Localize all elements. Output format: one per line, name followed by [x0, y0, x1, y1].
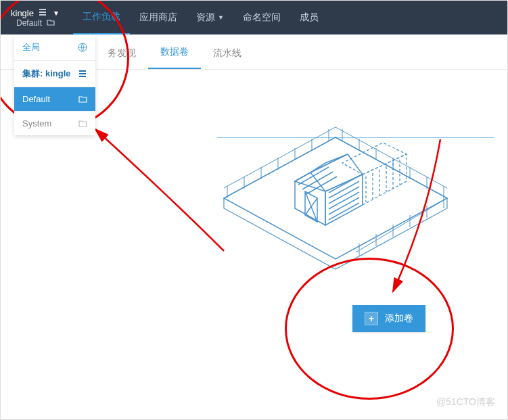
- svg-line-44: [305, 198, 317, 215]
- subtab-volumes[interactable]: 数据卷: [148, 37, 201, 69]
- watermark: @51CTO博客: [436, 396, 495, 409]
- cluster-name: kingle: [11, 8, 34, 18]
- nav-resource[interactable]: 资源▼: [187, 1, 233, 34]
- project-name: Default: [16, 18, 42, 28]
- svg-rect-4: [79, 70, 86, 72]
- svg-rect-6: [79, 76, 86, 77]
- folder-icon: [78, 95, 87, 104]
- svg-line-35: [306, 177, 337, 194]
- add-volume-button[interactable]: + 添加卷: [352, 305, 425, 332]
- cluster-project-selector[interactable]: kingle ▼ Default: [11, 8, 60, 28]
- nav-workload[interactable]: 工作负载: [73, 1, 130, 34]
- nav-items: 工作负载 应用商店 资源▼ 命名空间 成员: [73, 1, 328, 34]
- dropdown-cluster[interactable]: 集群: kingle: [14, 61, 95, 87]
- folder-icon: [78, 119, 87, 129]
- stack-icon: [78, 69, 87, 78]
- svg-marker-29: [295, 172, 325, 225]
- svg-rect-2: [39, 14, 46, 16]
- annotation-arrow-1: [82, 122, 237, 258]
- nav-namespace[interactable]: 命名空间: [233, 1, 290, 34]
- svg-marker-31: [295, 154, 363, 191]
- svg-line-33: [298, 167, 329, 185]
- topbar: kingle ▼ Default 工作负载 应用商店 资源▼ 命名空间 成员: [1, 1, 507, 34]
- svg-rect-5: [79, 73, 86, 74]
- svg-rect-0: [39, 9, 46, 10]
- globe-icon: [78, 43, 87, 52]
- nav-appstore[interactable]: 应用商店: [130, 1, 187, 34]
- nav-members[interactable]: 成员: [290, 1, 328, 34]
- subtab-pipelines[interactable]: 流水线: [201, 38, 254, 69]
- svg-rect-1: [39, 11, 46, 13]
- folder-icon: [46, 18, 55, 28]
- plus-icon: +: [365, 312, 378, 325]
- dropdown-project-system[interactable]: System: [14, 112, 95, 135]
- dropdown-project-default[interactable]: Default: [14, 87, 95, 112]
- subtab-service-discovery[interactable]: 务发现: [95, 38, 148, 69]
- annotation-arrow-2: [379, 136, 461, 305]
- stack-icon: [38, 8, 47, 18]
- dropdown-global[interactable]: 全局: [14, 34, 95, 61]
- chevron-down-icon: ▼: [53, 9, 60, 17]
- chevron-down-icon: ▼: [218, 14, 224, 21]
- project-dropdown: 全局 集群: kingle Default System: [14, 34, 95, 135]
